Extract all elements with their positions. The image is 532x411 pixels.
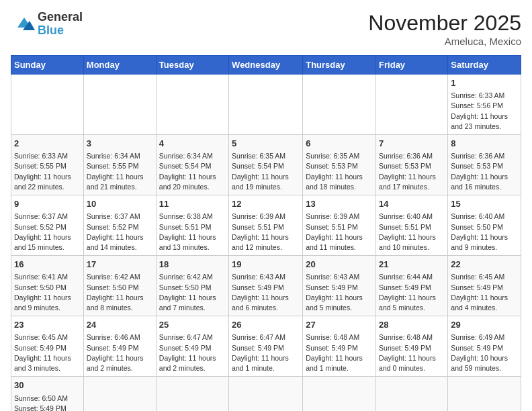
- day-number: 20: [306, 259, 373, 271]
- day-number: 25: [159, 319, 226, 331]
- calendar-cell: [83, 377, 156, 411]
- day-info: Sunrise: 6:49 AM Sunset: 5:49 PM Dayligh…: [451, 332, 518, 373]
- day-info: Sunrise: 6:46 AM Sunset: 5:49 PM Dayligh…: [87, 332, 153, 373]
- day-number: 24: [87, 319, 153, 331]
- day-number: 30: [14, 379, 81, 392]
- calendar-cell: 27Sunrise: 6:48 AM Sunset: 5:49 PM Dayli…: [303, 316, 376, 377]
- calendar-week-row: 9Sunrise: 6:37 AM Sunset: 5:52 PM Daylig…: [11, 195, 521, 256]
- calendar-cell: [156, 377, 228, 411]
- logo: General Blue: [11, 11, 83, 38]
- day-number: 8: [451, 138, 518, 150]
- day-info: Sunrise: 6:41 AM Sunset: 5:50 PM Dayligh…: [14, 272, 81, 313]
- calendar-cell: 2Sunrise: 6:33 AM Sunset: 5:55 PM Daylig…: [11, 135, 84, 195]
- calendar-cell: 4Sunrise: 6:34 AM Sunset: 5:54 PM Daylig…: [156, 135, 228, 195]
- calendar-cell: [303, 75, 376, 135]
- weekday-header-friday: Friday: [376, 56, 448, 75]
- calendar-cell: 1Sunrise: 6:33 AM Sunset: 5:56 PM Daylig…: [448, 75, 521, 135]
- logo-text: General Blue: [38, 11, 83, 38]
- weekday-header-monday: Monday: [83, 56, 156, 75]
- calendar-week-row: 1Sunrise: 6:33 AM Sunset: 5:56 PM Daylig…: [11, 75, 521, 135]
- calendar-table: SundayMondayTuesdayWednesdayThursdayFrid…: [11, 55, 521, 411]
- calendar-cell: 5Sunrise: 6:35 AM Sunset: 5:54 PM Daylig…: [229, 135, 303, 195]
- day-number: 28: [379, 319, 445, 331]
- calendar-cell: 8Sunrise: 6:36 AM Sunset: 5:53 PM Daylig…: [448, 135, 521, 195]
- day-number: 14: [379, 198, 445, 210]
- calendar-cell: [376, 377, 448, 411]
- day-info: Sunrise: 6:36 AM Sunset: 5:53 PM Dayligh…: [451, 151, 518, 192]
- day-number: 23: [14, 319, 81, 331]
- calendar-cell: 3Sunrise: 6:34 AM Sunset: 5:55 PM Daylig…: [83, 135, 156, 195]
- calendar-week-row: 23Sunrise: 6:45 AM Sunset: 5:49 PM Dayli…: [11, 316, 521, 377]
- calendar-cell: 11Sunrise: 6:38 AM Sunset: 5:51 PM Dayli…: [156, 195, 228, 256]
- day-info: Sunrise: 6:38 AM Sunset: 5:51 PM Dayligh…: [159, 212, 226, 253]
- day-info: Sunrise: 6:33 AM Sunset: 5:56 PM Dayligh…: [451, 91, 518, 132]
- day-number: 22: [451, 259, 518, 271]
- day-number: 10: [87, 198, 153, 210]
- day-number: 11: [159, 198, 226, 210]
- calendar-cell: [83, 75, 156, 135]
- calendar-cell: 14Sunrise: 6:40 AM Sunset: 5:51 PM Dayli…: [376, 195, 448, 256]
- calendar-cell: 17Sunrise: 6:42 AM Sunset: 5:50 PM Dayli…: [83, 256, 156, 316]
- calendar-cell: 22Sunrise: 6:45 AM Sunset: 5:49 PM Dayli…: [448, 256, 521, 316]
- weekday-header-tuesday: Tuesday: [156, 56, 228, 75]
- calendar-cell: 19Sunrise: 6:43 AM Sunset: 5:49 PM Dayli…: [229, 256, 303, 316]
- day-number: 16: [14, 259, 81, 271]
- calendar-cell: 6Sunrise: 6:35 AM Sunset: 5:53 PM Daylig…: [303, 135, 376, 195]
- calendar-title: November 2025: [368, 11, 521, 36]
- calendar-week-row: 16Sunrise: 6:41 AM Sunset: 5:50 PM Dayli…: [11, 256, 521, 316]
- day-number: 1: [451, 77, 518, 89]
- calendar-cell: 13Sunrise: 6:39 AM Sunset: 5:51 PM Dayli…: [303, 195, 376, 256]
- calendar-cell: [11, 75, 84, 135]
- day-number: 5: [232, 138, 300, 150]
- day-number: 18: [159, 259, 226, 271]
- day-info: Sunrise: 6:40 AM Sunset: 5:51 PM Dayligh…: [379, 212, 445, 253]
- page-header: General Blue November 2025 Ameluca, Mexi…: [11, 11, 521, 47]
- day-info: Sunrise: 6:43 AM Sunset: 5:49 PM Dayligh…: [306, 272, 373, 313]
- logo-icon: [11, 14, 35, 34]
- day-info: Sunrise: 6:34 AM Sunset: 5:54 PM Dayligh…: [159, 151, 226, 192]
- day-info: Sunrise: 6:34 AM Sunset: 5:55 PM Dayligh…: [87, 151, 153, 192]
- day-info: Sunrise: 6:37 AM Sunset: 5:52 PM Dayligh…: [14, 212, 81, 253]
- day-info: Sunrise: 6:43 AM Sunset: 5:49 PM Dayligh…: [232, 272, 300, 313]
- calendar-cell: 20Sunrise: 6:43 AM Sunset: 5:49 PM Dayli…: [303, 256, 376, 316]
- calendar-cell: 10Sunrise: 6:37 AM Sunset: 5:52 PM Dayli…: [83, 195, 156, 256]
- calendar-cell: 26Sunrise: 6:47 AM Sunset: 5:49 PM Dayli…: [229, 316, 303, 377]
- calendar-cell: 24Sunrise: 6:46 AM Sunset: 5:49 PM Dayli…: [83, 316, 156, 377]
- calendar-cell: 18Sunrise: 6:42 AM Sunset: 5:50 PM Dayli…: [156, 256, 228, 316]
- logo-blue: Blue: [38, 24, 64, 37]
- day-number: 4: [159, 138, 226, 150]
- weekday-header-saturday: Saturday: [448, 56, 521, 75]
- calendar-cell: 21Sunrise: 6:44 AM Sunset: 5:49 PM Dayli…: [376, 256, 448, 316]
- calendar-cell: [229, 377, 303, 411]
- calendar-cell: 30Sunrise: 6:50 AM Sunset: 5:49 PM Dayli…: [11, 377, 84, 411]
- logo-general: General: [38, 10, 83, 24]
- day-number: 15: [451, 198, 518, 210]
- calendar-cell: 25Sunrise: 6:47 AM Sunset: 5:49 PM Dayli…: [156, 316, 228, 377]
- calendar-cell: 28Sunrise: 6:48 AM Sunset: 5:49 PM Dayli…: [376, 316, 448, 377]
- day-info: Sunrise: 6:50 AM Sunset: 5:49 PM Dayligh…: [14, 394, 81, 412]
- calendar-cell: 12Sunrise: 6:39 AM Sunset: 5:51 PM Dayli…: [229, 195, 303, 256]
- day-info: Sunrise: 6:33 AM Sunset: 5:55 PM Dayligh…: [14, 151, 81, 192]
- day-info: Sunrise: 6:47 AM Sunset: 5:49 PM Dayligh…: [232, 332, 300, 373]
- day-info: Sunrise: 6:44 AM Sunset: 5:49 PM Dayligh…: [379, 272, 445, 313]
- day-info: Sunrise: 6:42 AM Sunset: 5:50 PM Dayligh…: [159, 272, 226, 313]
- day-number: 9: [14, 198, 81, 210]
- day-number: 2: [14, 138, 81, 150]
- calendar-cell: [376, 75, 448, 135]
- calendar-cell: 29Sunrise: 6:49 AM Sunset: 5:49 PM Dayli…: [448, 316, 521, 377]
- day-info: Sunrise: 6:47 AM Sunset: 5:49 PM Dayligh…: [159, 332, 226, 373]
- calendar-cell: [156, 75, 228, 135]
- day-info: Sunrise: 6:39 AM Sunset: 5:51 PM Dayligh…: [306, 212, 373, 253]
- day-number: 29: [451, 319, 518, 331]
- day-info: Sunrise: 6:35 AM Sunset: 5:53 PM Dayligh…: [306, 151, 373, 192]
- day-info: Sunrise: 6:37 AM Sunset: 5:52 PM Dayligh…: [87, 212, 153, 253]
- calendar-cell: 15Sunrise: 6:40 AM Sunset: 5:50 PM Dayli…: [448, 195, 521, 256]
- calendar-cell: [303, 377, 376, 411]
- weekday-header-thursday: Thursday: [303, 56, 376, 75]
- calendar-cell: 9Sunrise: 6:37 AM Sunset: 5:52 PM Daylig…: [11, 195, 84, 256]
- calendar-cell: [448, 377, 521, 411]
- calendar-cell: 16Sunrise: 6:41 AM Sunset: 5:50 PM Dayli…: [11, 256, 84, 316]
- day-info: Sunrise: 6:45 AM Sunset: 5:49 PM Dayligh…: [451, 272, 518, 313]
- day-info: Sunrise: 6:39 AM Sunset: 5:51 PM Dayligh…: [232, 212, 300, 253]
- day-number: 13: [306, 198, 373, 210]
